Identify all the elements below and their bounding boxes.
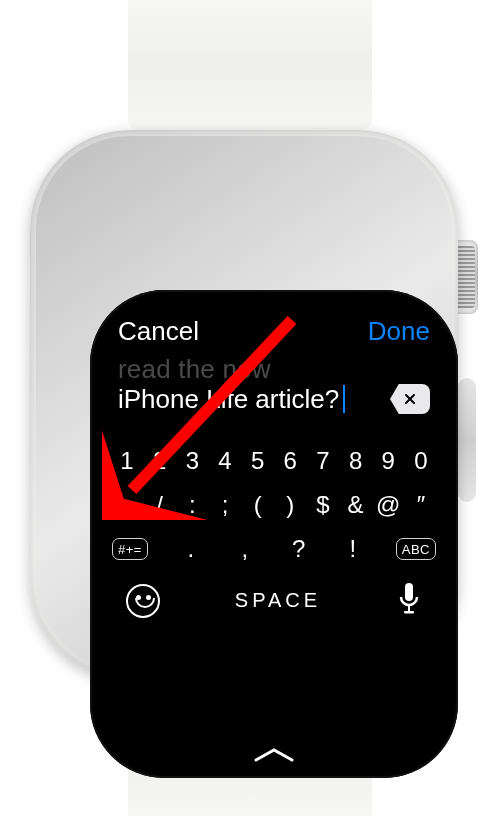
switch-to-alpha-button[interactable]: ABC bbox=[396, 538, 436, 560]
watch-case: Cancel Done read the new iPhone Life art… bbox=[30, 130, 458, 678]
emoji-button[interactable] bbox=[126, 584, 160, 618]
key-3[interactable]: 3 bbox=[177, 447, 207, 475]
keyboard-row-1: 1 2 3 4 5 6 7 8 9 0 bbox=[108, 447, 440, 475]
space-key[interactable]: SPACE bbox=[235, 589, 321, 612]
keyboard-row-2: - / : ; ( ) $ & @ ″ bbox=[108, 491, 440, 519]
svg-rect-0 bbox=[405, 583, 413, 601]
key-6[interactable]: 6 bbox=[275, 447, 305, 475]
text-cursor bbox=[343, 385, 345, 413]
side-button[interactable] bbox=[458, 378, 476, 502]
key-rparen[interactable]: ) bbox=[275, 491, 305, 519]
done-button[interactable]: Done bbox=[368, 316, 430, 347]
key-at[interactable]: @ bbox=[373, 491, 403, 519]
key-colon[interactable]: : bbox=[177, 491, 207, 519]
key-semicolon[interactable]: ; bbox=[210, 491, 240, 519]
navbar: Cancel Done bbox=[108, 316, 440, 355]
backspace-button[interactable] bbox=[390, 384, 430, 414]
key-amp[interactable]: & bbox=[341, 491, 371, 519]
key-1[interactable]: 1 bbox=[112, 447, 142, 475]
text-prev-line: read the new bbox=[118, 355, 430, 384]
switch-to-symbols-button[interactable]: #+= bbox=[112, 538, 148, 560]
key-dash[interactable]: - bbox=[112, 491, 142, 519]
dictation-button[interactable] bbox=[396, 583, 422, 619]
microphone-icon bbox=[396, 583, 422, 615]
text-input-area[interactable]: read the new iPhone Life article? bbox=[108, 355, 440, 423]
key-9[interactable]: 9 bbox=[373, 447, 403, 475]
keyboard-row-3: #+= . , ? ! ABC bbox=[108, 535, 440, 563]
key-exclaim[interactable]: ! bbox=[338, 535, 368, 563]
key-lparen[interactable]: ( bbox=[243, 491, 273, 519]
keyboard: 1 2 3 4 5 6 7 8 9 0 - / : ; ( ) $ & @ bbox=[108, 447, 440, 619]
text-current-line: iPhone Life article? bbox=[118, 384, 339, 415]
cancel-button[interactable]: Cancel bbox=[118, 316, 199, 347]
key-question[interactable]: ? bbox=[284, 535, 314, 563]
backspace-x-icon bbox=[402, 391, 418, 407]
chevron-up-icon bbox=[252, 746, 296, 764]
key-0[interactable]: 0 bbox=[406, 447, 436, 475]
key-5[interactable]: 5 bbox=[243, 447, 273, 475]
keyboard-bottom-row: SPACE bbox=[108, 579, 440, 619]
key-period[interactable]: . bbox=[176, 535, 206, 563]
key-7[interactable]: 7 bbox=[308, 447, 338, 475]
svg-rect-1 bbox=[408, 605, 410, 611]
key-dollar[interactable]: $ bbox=[308, 491, 338, 519]
watch-band-top bbox=[128, 0, 372, 130]
key-8[interactable]: 8 bbox=[341, 447, 371, 475]
svg-rect-2 bbox=[404, 611, 414, 614]
watch-screen: Cancel Done read the new iPhone Life art… bbox=[90, 290, 458, 778]
swipe-up-indicator[interactable] bbox=[90, 746, 458, 764]
key-4[interactable]: 4 bbox=[210, 447, 240, 475]
key-slash[interactable]: / bbox=[145, 491, 175, 519]
key-comma[interactable]: , bbox=[230, 535, 260, 563]
key-doubleprime[interactable]: ″ bbox=[406, 491, 436, 519]
key-2[interactable]: 2 bbox=[145, 447, 175, 475]
